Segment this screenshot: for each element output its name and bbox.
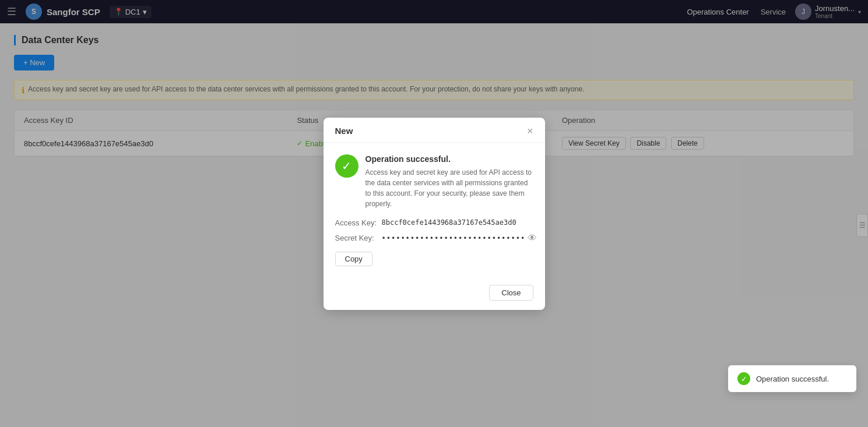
toast-success-icon: ✓ bbox=[737, 372, 750, 385]
access-key-value: 8bccf0cefe1443968a37167e545ae3d0 bbox=[382, 218, 516, 227]
toast-message: Operation successful. bbox=[756, 375, 829, 383]
new-key-modal: New × ✓ Operation successful. Access key… bbox=[324, 118, 545, 310]
secret-key-row: Secret Key: ••••••••••••••••••••••••••••… bbox=[335, 233, 533, 244]
success-title: Operation successful. bbox=[366, 154, 533, 164]
success-text-block: Operation successful. Access key and sec… bbox=[366, 154, 533, 209]
modal-footer: Close bbox=[324, 278, 545, 310]
secret-key-masked: •••••••••••••••••••••••••••••• bbox=[382, 234, 526, 242]
access-key-row: Access Key: 8bccf0cefe1443968a37167e545a… bbox=[335, 218, 533, 227]
modal-header: New × bbox=[324, 118, 545, 143]
modal-overlay[interactable]: New × ✓ Operation successful. Access key… bbox=[0, 0, 868, 427]
close-modal-button[interactable]: Close bbox=[489, 285, 533, 301]
toggle-visibility-icon[interactable]: 👁 bbox=[528, 233, 537, 244]
toast-notification: ✓ Operation successful. bbox=[728, 365, 856, 392]
secret-key-label: Secret Key: bbox=[335, 234, 382, 242]
modal-body: ✓ Operation successful. Access key and s… bbox=[324, 143, 545, 278]
success-icon: ✓ bbox=[335, 154, 359, 178]
modal-title: New bbox=[335, 126, 353, 136]
copy-button[interactable]: Copy bbox=[335, 252, 372, 266]
modal-close-button[interactable]: × bbox=[527, 126, 533, 136]
success-desc: Access key and secret key are used for A… bbox=[366, 167, 533, 209]
access-key-label: Access Key: bbox=[335, 218, 382, 227]
success-section: ✓ Operation successful. Access key and s… bbox=[335, 154, 533, 209]
